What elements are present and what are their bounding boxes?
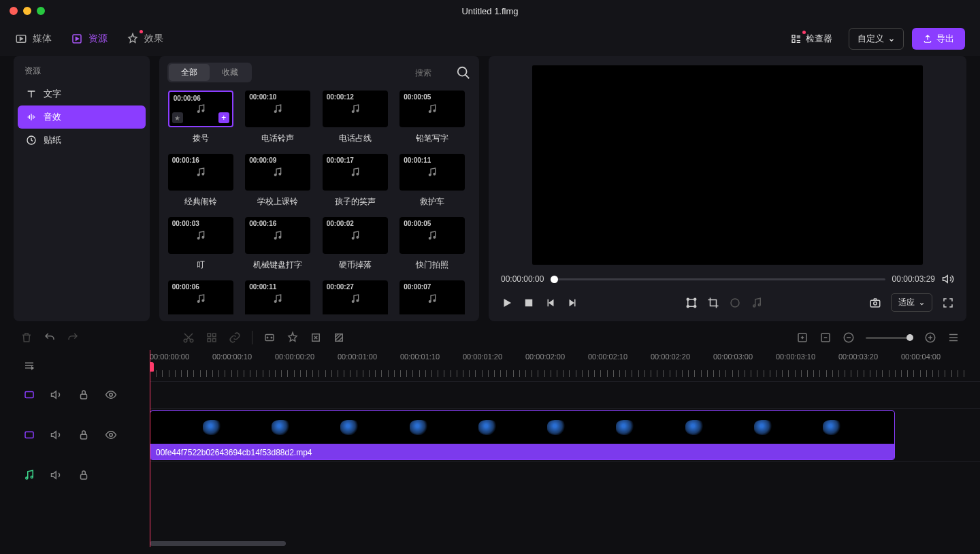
maximize-window-button[interactable]: [37, 7, 45, 15]
play-button[interactable]: [501, 297, 513, 309]
marker-icon[interactable]: [263, 331, 276, 344]
timeline-scrollbar[interactable]: [150, 541, 286, 546]
delete-icon[interactable]: [20, 331, 33, 344]
svg-point-5: [458, 67, 467, 76]
mute-icon[interactable]: [50, 389, 63, 401]
video-clip[interactable]: 00fe44f7522b02643694cb14f53d88d2.mp4: [150, 410, 895, 460]
lock-icon[interactable]: [78, 429, 90, 441]
stop-button[interactable]: [523, 297, 535, 309]
mute-icon[interactable]: [50, 429, 63, 441]
ruler-label: 00:00:03:10: [776, 353, 838, 361]
lock-icon[interactable]: [78, 469, 90, 481]
sidebar-item-sticker[interactable]: 贴纸: [18, 129, 146, 152]
star-icon[interactable]: [287, 331, 299, 344]
video-track-icon[interactable]: [23, 429, 35, 441]
redo-icon[interactable]: [67, 331, 79, 344]
asset-grid-wrap[interactable]: 00:00:06★+拨号00:00:10电话铃声00:00:12电话占线00:0…: [167, 91, 471, 314]
asset-card[interactable]: 00:00:12电话占线: [322, 91, 389, 144]
ruler-label: 00:00:02:20: [651, 353, 713, 361]
grid-icon[interactable]: [206, 331, 218, 344]
playhead[interactable]: [150, 350, 150, 547]
track-row-3[interactable]: [150, 461, 980, 489]
zoom-fit-icon[interactable]: [796, 331, 808, 344]
list-view-icon[interactable]: [947, 331, 960, 344]
volume-icon[interactable]: [942, 273, 954, 285]
asset-duration: 00:00:11: [404, 157, 431, 164]
inspector-button[interactable]: 检查器: [783, 29, 840, 49]
add-badge[interactable]: +: [218, 112, 229, 123]
preview-scrubber[interactable]: [551, 278, 885, 280]
asset-card[interactable]: 00:00:17孩子的笑声: [322, 154, 389, 208]
filter-all[interactable]: 全部: [169, 64, 210, 81]
next-frame-button[interactable]: [566, 297, 578, 309]
track-row-2[interactable]: 00fe44f7522b02643694cb14f53d88d2.mp4: [150, 408, 980, 461]
zoom-slider-handle[interactable]: [906, 334, 913, 341]
search-input[interactable]: [415, 68, 449, 78]
link-icon[interactable]: [229, 331, 241, 344]
cut-icon[interactable]: [182, 331, 195, 344]
svg-rect-67: [25, 432, 33, 438]
sidebar-item-text[interactable]: 文字: [18, 82, 146, 105]
close-window-button[interactable]: [10, 7, 18, 15]
asset-card[interactable]: 00:00:03叮: [167, 217, 234, 271]
preview-panel: 00:00:00:00 00:00:03:29 适应: [489, 56, 966, 321]
prev-frame-button[interactable]: [544, 297, 557, 309]
asset-duration: 00:00:07: [404, 283, 431, 291]
zoom-reset-icon[interactable]: [819, 331, 832, 344]
fullscreen-icon[interactable]: [942, 297, 954, 309]
zoom-slider[interactable]: [866, 337, 913, 339]
ruler[interactable]: 00:00:00:0000:00:00:1000:00:00:2000:00:0…: [150, 350, 980, 381]
tab-resources[interactable]: 资源: [71, 33, 108, 45]
asset-card[interactable]: 00:00:11救护车: [399, 154, 466, 208]
filter-fav[interactable]: 收藏: [210, 64, 250, 81]
sidebar-item-audio[interactable]: 音效: [18, 105, 146, 129]
add-track-icon[interactable]: [23, 359, 35, 372]
asset-thumbnail: 00:00:06: [168, 280, 233, 314]
fit-dropdown[interactable]: 适应: [891, 293, 932, 312]
preview-canvas[interactable]: [532, 65, 923, 265]
circle-tool-icon[interactable]: [729, 297, 741, 309]
effects-icon: [127, 33, 139, 45]
custom-dropdown[interactable]: 自定义: [849, 28, 904, 50]
music-tool-icon[interactable]: [751, 297, 763, 309]
visibility-icon[interactable]: [105, 389, 117, 401]
svg-point-25: [279, 236, 281, 238]
search-icon[interactable]: [456, 65, 471, 80]
hatch-icon[interactable]: [333, 331, 345, 344]
asset-card[interactable]: 00:00:06★+拨号: [167, 91, 234, 144]
asset-card[interactable]: 00:00:27: [322, 280, 389, 314]
track-row-1[interactable]: [150, 381, 980, 408]
asset-card[interactable]: 00:00:02硬币掉落: [322, 217, 389, 271]
export-button[interactable]: 导出: [912, 28, 965, 50]
asset-card[interactable]: 00:00:10电话铃声: [245, 91, 312, 144]
asset-card[interactable]: 00:00:11: [245, 280, 312, 314]
snapshot-icon[interactable]: [869, 297, 881, 309]
asset-card[interactable]: 00:00:07: [399, 280, 466, 314]
favorite-badge[interactable]: ★: [172, 112, 183, 123]
video-track-icon[interactable]: [23, 389, 35, 401]
svg-point-28: [429, 238, 431, 240]
asset-card[interactable]: 00:00:16机械键盘打字: [245, 217, 312, 271]
transform-icon[interactable]: [685, 297, 698, 309]
mute-icon[interactable]: [50, 469, 63, 481]
zoom-out-icon[interactable]: [843, 331, 855, 344]
tab-media[interactable]: 媒体: [15, 33, 52, 45]
minimize-window-button[interactable]: [23, 7, 31, 15]
preview-scrubber-handle[interactable]: [551, 276, 558, 283]
crop-icon[interactable]: [707, 297, 719, 309]
export-label: 导出: [936, 33, 954, 45]
track-area[interactable]: 00:00:00:0000:00:00:1000:00:00:2000:00:0…: [150, 350, 980, 547]
visibility-icon[interactable]: [105, 429, 117, 441]
asset-duration: 00:00:10: [249, 93, 276, 101]
zoom-in-icon[interactable]: [924, 331, 936, 344]
lock-icon[interactable]: [78, 389, 90, 401]
undo-icon[interactable]: [44, 331, 56, 344]
asset-card[interactable]: 00:00:05铅笔写字: [399, 91, 466, 144]
audio-track-icon[interactable]: [23, 469, 35, 481]
tab-effects[interactable]: 效果: [127, 33, 163, 45]
asset-card[interactable]: 00:00:05快门拍照: [399, 217, 466, 271]
expand-icon[interactable]: [310, 331, 322, 344]
asset-card[interactable]: 00:00:09学校上课铃: [245, 154, 312, 208]
asset-card[interactable]: 00:00:16经典闹铃: [167, 154, 234, 208]
asset-card[interactable]: 00:00:06: [167, 280, 234, 314]
